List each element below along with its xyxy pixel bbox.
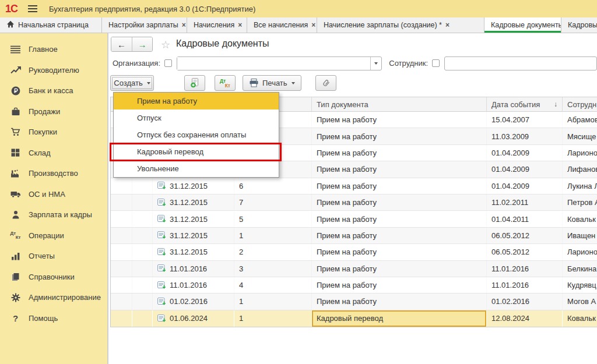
cell-document-type[interactable]: Прием на работу — [312, 277, 487, 293]
sidebar-item-zarplata-i-kadry[interactable]: Зарплата и кадры — [0, 204, 107, 225]
cell-date[interactable]: 31.12.2015 — [153, 211, 234, 227]
cell-event-date[interactable]: 01.04.2009 — [487, 145, 563, 161]
cell-employee[interactable]: Лукина Л — [563, 178, 597, 194]
cell-number[interactable]: 5 — [234, 211, 312, 227]
cell-document-type[interactable]: Прием на работу — [312, 178, 487, 194]
cell-employee[interactable]: Лифанов — [563, 161, 597, 177]
cell-document-type[interactable]: Прием на работу — [312, 128, 487, 144]
cell-document-type[interactable]: Прием на работу — [312, 228, 487, 243]
cell-event-date[interactable]: 11.01.2016 — [487, 277, 563, 293]
cell-number[interactable]: 1 — [234, 294, 312, 309]
cell-event-date[interactable]: 01.04.2009 — [487, 178, 563, 194]
table-row[interactable]: 31.12.2015 1 Прием на работу 06.05.2012 … — [111, 228, 597, 244]
cell-event-date[interactable]: 06.05.2012 — [487, 244, 563, 260]
menu-item-kadrovyi-perevod[interactable]: Кадровый перевод — [114, 143, 279, 160]
tab-salary-settings[interactable]: Настройки зарплаты × — [102, 17, 187, 33]
cell-document-type[interactable]: Прием на работу — [312, 161, 487, 177]
cell-employee[interactable]: Могов А — [563, 294, 597, 309]
cell-document-type[interactable]: Прием на работу — [312, 261, 487, 277]
sidebar-item-proizvodstvo[interactable]: Производство — [0, 163, 107, 184]
header-document-type[interactable]: Тип документа — [312, 97, 487, 111]
cell-document-type[interactable]: Прием на работу — [312, 145, 487, 161]
cell-number[interactable]: 4 — [234, 277, 312, 293]
cell-number[interactable]: 2 — [234, 244, 312, 260]
cell-event-date[interactable]: 11.03.2009 — [487, 128, 563, 144]
table-row[interactable]: 11.01.2016 3 Прием на работу 11.01.2016 … — [111, 261, 597, 277]
close-icon[interactable]: × — [182, 22, 186, 29]
print-button[interactable]: Печать — [243, 75, 301, 91]
employee-checkbox[interactable] — [432, 59, 440, 67]
sidebar-item-glavnoe[interactable]: Главное — [0, 39, 107, 60]
cell-employee[interactable]: Ларионо — [563, 244, 597, 260]
cell-number[interactable]: 3 — [234, 261, 312, 277]
forward-button[interactable]: → — [132, 37, 152, 51]
create-button[interactable]: Создать — [110, 75, 154, 91]
cell-event-date[interactable]: 11.02.2011 — [487, 195, 563, 210]
sidebar-item-operacii[interactable]: ДтКт Операции — [0, 225, 107, 246]
tab-hr-documents[interactable]: Кадровые документы × — [484, 17, 561, 33]
organization-dropdown-button[interactable] — [370, 57, 381, 70]
cell-date[interactable]: 01.02.2016 — [153, 294, 234, 309]
table-row[interactable]: 31.12.2015 6 Прием на работу 01.04.2009 … — [111, 178, 597, 195]
sidebar-item-rukovoditelyu[interactable]: Руководителю — [0, 60, 107, 81]
table-row[interactable]: 11.01.2016 4 Прием на работу 11.01.2016 … — [111, 277, 597, 294]
cell-event-date[interactable]: 15.04.2007 — [487, 112, 563, 128]
cell-employee[interactable]: Иващен — [563, 228, 597, 243]
cell-employee[interactable]: Петров А — [563, 195, 597, 210]
tab-home[interactable]: Начальная страница — [0, 17, 102, 33]
sidebar-item-sklad[interactable]: Склад — [0, 143, 107, 164]
cell-document-type[interactable]: Прием на работу — [312, 211, 487, 227]
dt-kt-postings-button[interactable]: ДтКт — [215, 75, 236, 91]
sidebar-item-pomosch[interactable]: ? Помощь — [0, 308, 107, 329]
tab-accruals[interactable]: Начисления × — [187, 17, 247, 33]
cell-date[interactable]: 31.12.2015 — [153, 178, 234, 194]
cell-date[interactable]: 31.12.2015 — [153, 244, 234, 260]
cell-document-type[interactable]: Прием на работу — [312, 195, 487, 210]
cell-employee[interactable]: Ковальк — [563, 310, 597, 327]
cell-event-date[interactable]: 11.01.2016 — [487, 261, 563, 277]
cell-document-type[interactable]: Кадровый перевод — [312, 310, 487, 327]
attachments-button[interactable] — [315, 75, 336, 91]
menu-item-otpusk-bez-oplaty[interactable]: Отпуск без сохранения оплаты — [114, 126, 279, 143]
cell-date[interactable]: 01.06.2024 — [153, 310, 234, 327]
close-icon[interactable]: × — [311, 22, 315, 29]
employee-input[interactable] — [444, 56, 597, 70]
table-row[interactable]: 31.12.2015 2 Прием на работу 06.05.2012 … — [111, 244, 597, 260]
table-row[interactable]: 31.12.2015 7 Прием на работу 11.02.2011 … — [111, 195, 597, 211]
header-event-date[interactable]: Дата события ↓ — [487, 97, 563, 111]
main-menu-icon[interactable] — [28, 5, 37, 12]
copy-document-button[interactable] — [184, 75, 205, 91]
menu-item-uvolnenie[interactable]: Увольнение — [114, 160, 279, 177]
cell-document-type[interactable]: Прием на работу — [312, 294, 487, 309]
cell-event-date[interactable]: 01.04.2009 — [487, 161, 563, 177]
cell-event-date[interactable]: 01.04.2011 — [487, 211, 563, 227]
cell-event-date[interactable]: 12.08.2024 — [487, 310, 563, 327]
sidebar-item-pokupki[interactable]: Покупки — [0, 122, 107, 143]
table-row[interactable]: 31.12.2015 5 Прием на работу 01.04.2011 … — [111, 211, 597, 227]
sidebar-item-os-i-nma[interactable]: ОС и НМА — [0, 184, 107, 205]
cell-document-type[interactable]: Прием на работу — [312, 112, 487, 128]
cell-employee[interactable]: Кудрявц — [563, 277, 597, 293]
cell-date[interactable]: 11.01.2016 — [153, 277, 234, 293]
favorite-star-icon[interactable]: ☆ — [161, 38, 170, 51]
menu-item-priem-na-rabotu[interactable]: Прием на работу — [114, 93, 279, 109]
table-row[interactable]: 01.06.2024 1 Кадровый перевод 12.08.2024… — [111, 310, 597, 327]
sidebar-item-prodazhi[interactable]: Продажи — [0, 101, 107, 122]
cell-number[interactable]: 7 — [234, 195, 312, 210]
header-employee[interactable]: Сотрудн — [563, 97, 597, 111]
close-icon[interactable]: × — [238, 22, 242, 29]
cell-date[interactable]: 31.12.2015 — [153, 195, 234, 210]
cell-event-date[interactable]: 01.02.2016 — [487, 294, 563, 309]
cell-date[interactable]: 31.12.2015 — [153, 228, 234, 243]
cell-document-type[interactable]: Прием на работу — [312, 244, 487, 260]
tab-payroll-new[interactable]: Начисление зарплаты (создание) * × — [317, 17, 484, 33]
tab-all-accruals[interactable]: Все начисления × — [247, 17, 317, 33]
menu-item-otpusk[interactable]: Отпуск — [114, 109, 279, 126]
sidebar-item-otchety[interactable]: Отчеты — [0, 246, 107, 267]
cell-date[interactable]: 11.01.2016 — [153, 261, 234, 277]
table-row[interactable]: 01.02.2016 1 Прием на работу 01.02.2016 … — [111, 294, 597, 310]
cell-employee[interactable]: Ковальк — [563, 211, 597, 227]
sidebar-item-spravochniki[interactable]: Справочники — [0, 267, 107, 288]
sidebar-item-administrirovanie[interactable]: Администрирование — [0, 287, 107, 308]
cell-employee[interactable]: Белкина — [563, 261, 597, 277]
